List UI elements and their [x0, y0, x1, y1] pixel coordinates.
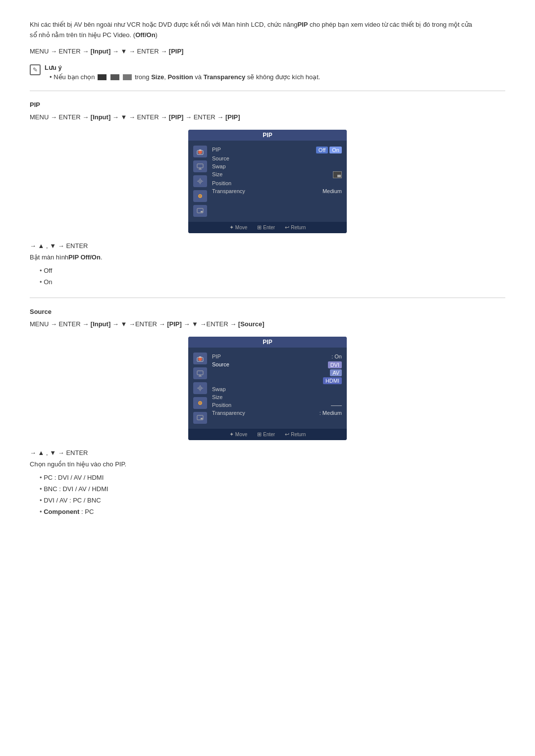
source-row-swap: Swap	[212, 385, 342, 393]
pip-footer-return: ↩ Return	[285, 224, 306, 231]
size-icon-2	[110, 74, 119, 80]
pip-section: PIP MENU → ENTER → [Input] → ▼ → ENTER →…	[30, 101, 505, 288]
source-nav-text: → ▲ , ▼ → ENTER	[30, 449, 505, 456]
pip-row-transparency: Transparency Medium	[212, 187, 342, 195]
enter-icon: ⊞	[257, 224, 262, 231]
pip-option-on: On	[40, 276, 505, 288]
pip-row-swap: Swap	[212, 162, 342, 170]
source-row-transparency: Transparency : Medium	[212, 409, 342, 417]
return-icon-2: ↩	[285, 431, 289, 438]
pip-menu-path: MENU → ENTER → [Input] → ▼ → ENTER → [PI…	[30, 113, 505, 121]
size-icon	[333, 171, 342, 178]
return-label: Return	[291, 225, 306, 230]
source-option-component: Component : PC	[40, 506, 505, 517]
source-dvi: DVI	[328, 361, 342, 368]
pip-icon-monitor	[193, 160, 207, 172]
size-icon-3	[123, 74, 132, 80]
pip-footer-2: ✦ Move ⊞ Enter ↩ Return	[188, 429, 347, 440]
pip-monitor-1: PIP	[188, 130, 347, 233]
pip-body-2: PIP : On Source DVI AV HDMI Swap Size	[188, 348, 347, 429]
source-row-position: Position ——	[212, 401, 342, 409]
return-icon: ↩	[285, 224, 289, 231]
pip-row-position: Position	[212, 179, 342, 187]
pip-monitor-2: PIP	[188, 337, 347, 440]
pip-options-list: Off On	[30, 265, 505, 288]
move-icon-2: ✦	[229, 431, 234, 438]
svg-point-14	[200, 195, 201, 197]
source-menu-path: MENU → ENTER → [Input] → ▼ →ENTER → [PIP…	[30, 320, 505, 328]
source-row-pip: PIP : On	[212, 353, 342, 360]
source-hdmi: HDMI	[323, 377, 342, 384]
pip-footer-enter-2: ⊞ Enter	[257, 431, 275, 438]
size-icon-1	[98, 74, 107, 80]
enter-icon-2: ⊞	[257, 431, 262, 438]
pip-footer-return-2: ↩ Return	[285, 431, 306, 438]
note-box: ✎ Lưu ý Nếu bạn chọn trong Size, Positio…	[30, 64, 505, 81]
pip-row-source: Source	[212, 154, 342, 162]
pip-option-off: Off	[40, 265, 505, 276]
move-label: Move	[235, 225, 247, 230]
pip-value-off: Off	[316, 147, 328, 153]
pip-icon-settings	[193, 175, 207, 187]
source-av: AV	[330, 369, 342, 376]
enter-label-2: Enter	[263, 432, 275, 437]
pip-icon-settings-2	[193, 382, 207, 394]
enter-label: Enter	[263, 225, 275, 230]
pip-body-1: PIP Off On Source Swap Size	[188, 141, 347, 222]
source-option-bnc: BNC : DVI / AV / HDMI	[40, 483, 505, 495]
pip-menu-2: PIP : On Source DVI AV HDMI Swap Size	[212, 353, 342, 424]
svg-rect-3	[197, 164, 203, 168]
source-options-list: PC : DVI / AV / HDMI BNC : DVI / AV / HD…	[30, 472, 505, 517]
source-option-pc: PC : DVI / AV / HDMI	[40, 472, 505, 483]
pip-value-on: On	[329, 147, 342, 153]
pip-section-title: PIP	[30, 101, 505, 108]
pip-footer-enter: ⊞ Enter	[257, 224, 275, 231]
pip-footer-move: ✦ Move	[229, 224, 247, 231]
note-icon: ✎	[30, 64, 41, 75]
svg-point-8	[200, 181, 201, 182]
intro-paragraph: Khi các thiết bị AV bên ngoài như VCR ho…	[30, 20, 476, 41]
pip-row-pip: PIP Off On	[212, 146, 342, 154]
pip-icons-1	[193, 146, 207, 217]
pip-icon-camera	[193, 146, 207, 157]
svg-marker-19	[199, 356, 202, 357]
pip-icon-gear	[193, 190, 207, 202]
move-label-2: Move	[235, 432, 247, 437]
pip-title-bar-2: PIP	[188, 337, 347, 348]
pip-icon-gear-2	[193, 397, 207, 409]
pip-icon-camera-2	[193, 353, 207, 364]
pip-nav-text: → ▲ , ▼ → ENTER	[30, 242, 505, 250]
note-title: Lưu ý	[45, 64, 320, 71]
pip-icon-monitor-2	[193, 367, 207, 379]
source-description: Chọn nguồn tín hiệu vào cho PIP.	[30, 460, 505, 468]
source-row-size: Size	[212, 393, 342, 401]
divider-2	[30, 298, 505, 298]
return-label-2: Return	[291, 432, 306, 437]
pip-icon-pip-2	[193, 412, 207, 424]
move-icon: ✦	[229, 224, 234, 231]
svg-point-31	[200, 402, 201, 403]
pip-row-size: Size	[212, 170, 342, 179]
svg-point-25	[200, 388, 201, 389]
pip-footer-1: ✦ Move ⊞ Enter ↩ Return	[188, 222, 347, 233]
menu-path-1: MENU → ENTER → [Input] → ▼ → ENTER → [PI…	[30, 48, 505, 55]
source-option-dvi: DVI / AV : PC / BNC	[40, 495, 505, 506]
svg-rect-33	[201, 418, 203, 419]
note-content: Lưu ý Nếu bạn chọn trong Size, Position …	[45, 64, 320, 81]
pip-footer-move-2: ✦ Move	[229, 431, 247, 438]
divider-1	[30, 91, 505, 91]
note-bullet: Nếu bạn chọn trong Size, Position và Tra…	[50, 73, 320, 81]
pip-menu-1: PIP Off On Source Swap Size	[212, 146, 342, 217]
pip-title-bar-1: PIP	[188, 130, 347, 141]
pip-icons-2	[193, 353, 207, 424]
source-section: Source MENU → ENTER → [Input] → ▼ →ENTER…	[30, 308, 505, 517]
pip-icon-pip	[193, 205, 207, 217]
source-row-source: Source DVI AV HDMI	[212, 360, 342, 385]
svg-rect-20	[197, 371, 203, 375]
svg-rect-16	[201, 211, 203, 212]
pip-description: Bật màn hìnhPIP Off/On.	[30, 253, 505, 261]
source-section-title: Source	[30, 308, 505, 315]
svg-marker-2	[199, 150, 202, 151]
